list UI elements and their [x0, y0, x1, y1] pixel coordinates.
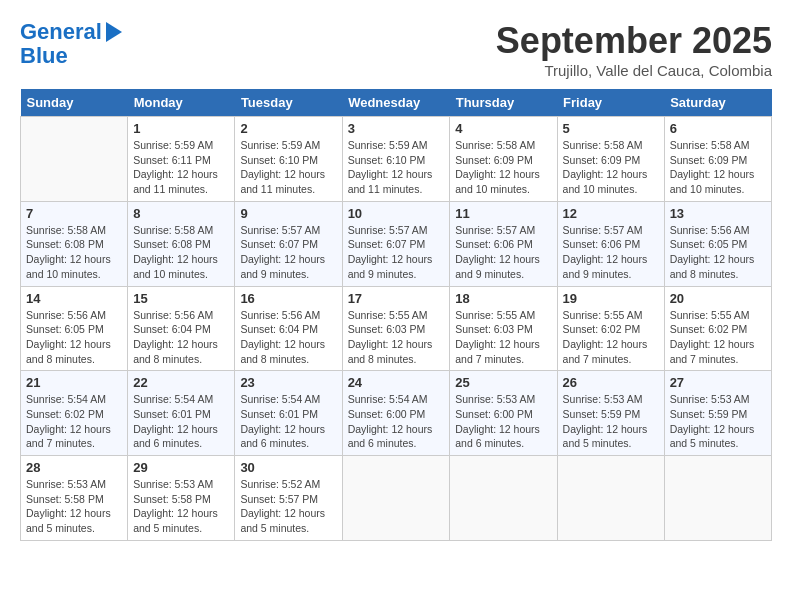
calendar-week-row: 14Sunrise: 5:56 AMSunset: 6:05 PMDayligh… — [21, 286, 772, 371]
day-info: Sunrise: 5:58 AMSunset: 6:08 PMDaylight:… — [26, 223, 122, 282]
calendar-cell: 20Sunrise: 5:55 AMSunset: 6:02 PMDayligh… — [664, 286, 771, 371]
calendar-cell: 26Sunrise: 5:53 AMSunset: 5:59 PMDayligh… — [557, 371, 664, 456]
calendar-cell — [21, 117, 128, 202]
day-number: 28 — [26, 460, 122, 475]
location: Trujillo, Valle del Cauca, Colombia — [496, 62, 772, 79]
logo-text: General — [20, 20, 102, 44]
day-info: Sunrise: 5:56 AMSunset: 6:04 PMDaylight:… — [240, 308, 336, 367]
day-number: 19 — [563, 291, 659, 306]
col-header-monday: Monday — [128, 89, 235, 117]
logo-blue-text: Blue — [20, 44, 68, 68]
day-info: Sunrise: 5:58 AMSunset: 6:08 PMDaylight:… — [133, 223, 229, 282]
day-info: Sunrise: 5:54 AMSunset: 6:01 PMDaylight:… — [240, 392, 336, 451]
day-info: Sunrise: 5:57 AMSunset: 6:07 PMDaylight:… — [348, 223, 445, 282]
calendar-cell: 21Sunrise: 5:54 AMSunset: 6:02 PMDayligh… — [21, 371, 128, 456]
day-info: Sunrise: 5:53 AMSunset: 5:59 PMDaylight:… — [670, 392, 766, 451]
calendar-cell: 18Sunrise: 5:55 AMSunset: 6:03 PMDayligh… — [450, 286, 557, 371]
month-title: September 2025 — [496, 20, 772, 62]
day-info: Sunrise: 5:53 AMSunset: 5:58 PMDaylight:… — [26, 477, 122, 536]
calendar-cell: 16Sunrise: 5:56 AMSunset: 6:04 PMDayligh… — [235, 286, 342, 371]
calendar-cell: 22Sunrise: 5:54 AMSunset: 6:01 PMDayligh… — [128, 371, 235, 456]
day-number: 26 — [563, 375, 659, 390]
calendar-cell — [664, 456, 771, 541]
page-header: General Blue September 2025 Trujillo, Va… — [20, 20, 772, 79]
day-info: Sunrise: 5:55 AMSunset: 6:02 PMDaylight:… — [670, 308, 766, 367]
day-number: 25 — [455, 375, 551, 390]
calendar-cell: 23Sunrise: 5:54 AMSunset: 6:01 PMDayligh… — [235, 371, 342, 456]
day-number: 23 — [240, 375, 336, 390]
col-header-friday: Friday — [557, 89, 664, 117]
day-info: Sunrise: 5:52 AMSunset: 5:57 PMDaylight:… — [240, 477, 336, 536]
day-info: Sunrise: 5:59 AMSunset: 6:10 PMDaylight:… — [240, 138, 336, 197]
calendar-cell: 12Sunrise: 5:57 AMSunset: 6:06 PMDayligh… — [557, 201, 664, 286]
calendar-cell: 17Sunrise: 5:55 AMSunset: 6:03 PMDayligh… — [342, 286, 450, 371]
calendar-cell: 27Sunrise: 5:53 AMSunset: 5:59 PMDayligh… — [664, 371, 771, 456]
calendar-week-row: 28Sunrise: 5:53 AMSunset: 5:58 PMDayligh… — [21, 456, 772, 541]
day-info: Sunrise: 5:53 AMSunset: 5:59 PMDaylight:… — [563, 392, 659, 451]
day-number: 12 — [563, 206, 659, 221]
day-number: 14 — [26, 291, 122, 306]
day-info: Sunrise: 5:57 AMSunset: 6:06 PMDaylight:… — [563, 223, 659, 282]
day-info: Sunrise: 5:55 AMSunset: 6:03 PMDaylight:… — [348, 308, 445, 367]
day-number: 18 — [455, 291, 551, 306]
day-number: 21 — [26, 375, 122, 390]
calendar-cell: 30Sunrise: 5:52 AMSunset: 5:57 PMDayligh… — [235, 456, 342, 541]
col-header-saturday: Saturday — [664, 89, 771, 117]
day-number: 16 — [240, 291, 336, 306]
calendar-cell: 15Sunrise: 5:56 AMSunset: 6:04 PMDayligh… — [128, 286, 235, 371]
calendar-cell: 19Sunrise: 5:55 AMSunset: 6:02 PMDayligh… — [557, 286, 664, 371]
title-block: September 2025 Trujillo, Valle del Cauca… — [496, 20, 772, 79]
day-info: Sunrise: 5:55 AMSunset: 6:02 PMDaylight:… — [563, 308, 659, 367]
day-number: 27 — [670, 375, 766, 390]
day-number: 11 — [455, 206, 551, 221]
calendar-cell: 3Sunrise: 5:59 AMSunset: 6:10 PMDaylight… — [342, 117, 450, 202]
day-info: Sunrise: 5:54 AMSunset: 6:00 PMDaylight:… — [348, 392, 445, 451]
day-number: 4 — [455, 121, 551, 136]
calendar-cell: 28Sunrise: 5:53 AMSunset: 5:58 PMDayligh… — [21, 456, 128, 541]
day-info: Sunrise: 5:56 AMSunset: 6:05 PMDaylight:… — [670, 223, 766, 282]
logo-arrow-icon — [106, 22, 122, 42]
day-info: Sunrise: 5:53 AMSunset: 6:00 PMDaylight:… — [455, 392, 551, 451]
day-number: 15 — [133, 291, 229, 306]
day-number: 10 — [348, 206, 445, 221]
day-info: Sunrise: 5:56 AMSunset: 6:04 PMDaylight:… — [133, 308, 229, 367]
day-info: Sunrise: 5:58 AMSunset: 6:09 PMDaylight:… — [563, 138, 659, 197]
day-info: Sunrise: 5:59 AMSunset: 6:11 PMDaylight:… — [133, 138, 229, 197]
day-number: 2 — [240, 121, 336, 136]
day-info: Sunrise: 5:54 AMSunset: 6:01 PMDaylight:… — [133, 392, 229, 451]
calendar-cell: 29Sunrise: 5:53 AMSunset: 5:58 PMDayligh… — [128, 456, 235, 541]
calendar-cell: 5Sunrise: 5:58 AMSunset: 6:09 PMDaylight… — [557, 117, 664, 202]
day-info: Sunrise: 5:59 AMSunset: 6:10 PMDaylight:… — [348, 138, 445, 197]
day-number: 5 — [563, 121, 659, 136]
col-header-wednesday: Wednesday — [342, 89, 450, 117]
col-header-sunday: Sunday — [21, 89, 128, 117]
day-number: 24 — [348, 375, 445, 390]
calendar-cell: 1Sunrise: 5:59 AMSunset: 6:11 PMDaylight… — [128, 117, 235, 202]
day-info: Sunrise: 5:58 AMSunset: 6:09 PMDaylight:… — [670, 138, 766, 197]
day-info: Sunrise: 5:57 AMSunset: 6:07 PMDaylight:… — [240, 223, 336, 282]
logo: General Blue — [20, 20, 122, 68]
calendar-cell: 14Sunrise: 5:56 AMSunset: 6:05 PMDayligh… — [21, 286, 128, 371]
calendar-cell: 4Sunrise: 5:58 AMSunset: 6:09 PMDaylight… — [450, 117, 557, 202]
calendar-week-row: 1Sunrise: 5:59 AMSunset: 6:11 PMDaylight… — [21, 117, 772, 202]
calendar-cell: 9Sunrise: 5:57 AMSunset: 6:07 PMDaylight… — [235, 201, 342, 286]
day-number: 17 — [348, 291, 445, 306]
day-info: Sunrise: 5:53 AMSunset: 5:58 PMDaylight:… — [133, 477, 229, 536]
day-number: 8 — [133, 206, 229, 221]
calendar-cell: 2Sunrise: 5:59 AMSunset: 6:10 PMDaylight… — [235, 117, 342, 202]
calendar-cell — [557, 456, 664, 541]
calendar-cell: 25Sunrise: 5:53 AMSunset: 6:00 PMDayligh… — [450, 371, 557, 456]
day-info: Sunrise: 5:56 AMSunset: 6:05 PMDaylight:… — [26, 308, 122, 367]
col-header-tuesday: Tuesday — [235, 89, 342, 117]
day-number: 9 — [240, 206, 336, 221]
calendar-cell: 10Sunrise: 5:57 AMSunset: 6:07 PMDayligh… — [342, 201, 450, 286]
calendar-cell: 11Sunrise: 5:57 AMSunset: 6:06 PMDayligh… — [450, 201, 557, 286]
calendar-cell — [342, 456, 450, 541]
day-number: 22 — [133, 375, 229, 390]
day-number: 1 — [133, 121, 229, 136]
calendar-week-row: 7Sunrise: 5:58 AMSunset: 6:08 PMDaylight… — [21, 201, 772, 286]
calendar-cell — [450, 456, 557, 541]
calendar-cell: 7Sunrise: 5:58 AMSunset: 6:08 PMDaylight… — [21, 201, 128, 286]
calendar-cell: 24Sunrise: 5:54 AMSunset: 6:00 PMDayligh… — [342, 371, 450, 456]
day-number: 29 — [133, 460, 229, 475]
